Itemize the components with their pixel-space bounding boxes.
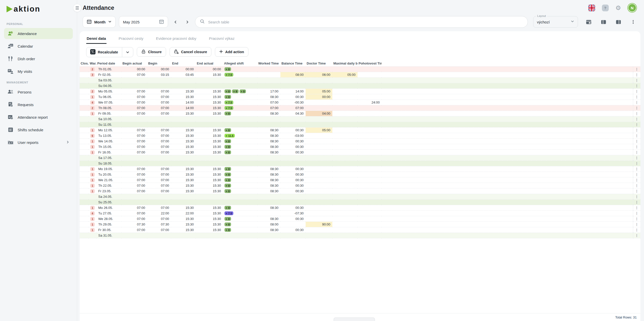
table-row[interactable]: 4Tu 27.05.07:0022:0022:0015:30+ 7.5-07:3… — [80, 211, 640, 216]
sidebar-item-shifts-schedule[interactable]: Shifts schedule — [4, 124, 73, 135]
table-row[interactable]: 1Th 15.05.07:0007:0015:3015:30+ 808:3000… — [80, 144, 640, 150]
row-menu-kebab-icon[interactable]: ⋮ — [635, 145, 638, 149]
recalculate-dropdown-button[interactable] — [122, 47, 133, 57]
table-row[interactable]: Su 04.05.⋮ — [80, 83, 640, 89]
next-period-button[interactable] — [183, 17, 192, 27]
table-row[interactable]: 2Mo 05.05.07:0007:0015:3015:30+ 8+ 8+ 81… — [80, 89, 640, 94]
row-menu-kebab-icon[interactable]: ⋮ — [635, 184, 638, 187]
table-row[interactable]: 4We 07.05.07:0007:0014:0015:30+ 7.507:00… — [80, 100, 640, 105]
table-row[interactable]: 1Fr 16.05.07:0007:0015:3015:30+ 808:3000… — [80, 150, 640, 155]
table-row[interactable]: 1We 28.05.07:0007:0015:3015:30+ 808:3000… — [80, 216, 640, 222]
row-menu-kebab-icon[interactable]: ⋮ — [635, 156, 638, 160]
row-menu-kebab-icon[interactable]: ⋮ — [635, 67, 638, 71]
user-avatar[interactable]: N — [628, 4, 636, 12]
closure-button[interactable]: Closure — [137, 47, 166, 57]
table-row[interactable]: 3Fr 02.05.07:0003:1503:4515:30+ 7.508:00… — [80, 72, 640, 78]
period-mode-dropdown[interactable]: Month — [83, 16, 116, 28]
row-menu-kebab-icon[interactable]: ⋮ — [635, 73, 638, 77]
split-panel-left-icon[interactable] — [599, 18, 608, 26]
col-worked-time[interactable]: Worked Time — [257, 60, 280, 67]
row-menu-kebab-icon[interactable]: ⋮ — [635, 173, 638, 176]
table-row[interactable]: 1Fr 09.05.07:0007:0015:3015:30+ 808:3004… — [80, 111, 640, 116]
row-menu-kebab-icon[interactable]: ⋮ — [635, 150, 638, 154]
col-period-date[interactable]: Period date — [96, 60, 121, 67]
row-menu-kebab-icon[interactable]: ⋮ — [635, 222, 638, 226]
row-menu-kebab-icon[interactable]: ⋮ — [635, 206, 638, 210]
language-flag-icon[interactable] — [588, 5, 595, 11]
sidebar-item-requests[interactable]: Requests — [4, 99, 73, 110]
row-menu-kebab-icon[interactable]: ⋮ — [635, 117, 638, 121]
col-begin[interactable]: Begin — [147, 60, 171, 67]
table-row[interactable]: Su 25.05.⋮ — [80, 200, 640, 205]
tab-denni-data[interactable]: Denní data — [86, 34, 107, 44]
add-action-button[interactable]: Add action — [215, 47, 248, 57]
table-row[interactable]: 1Mo 19.05.07:0007:0015:3015:30+ 808:3000… — [80, 166, 640, 172]
col-doctor-time[interactable]: Doctor Time — [306, 60, 332, 67]
sidebar-toggle-button[interactable] — [73, 4, 81, 12]
row-menu-kebab-icon[interactable]: ⋮ — [635, 106, 638, 110]
tab-pracovni-cesty[interactable]: Pracovní cesty — [118, 34, 144, 44]
table-row[interactable]: 1Th 29.05.07:3007:3015:3015:30+ 808:0090… — [80, 222, 640, 227]
table-row[interactable]: 1Tu 20.05.07:0007:0015:3015:30+ 808:3000… — [80, 172, 640, 177]
row-menu-kebab-icon[interactable]: ⋮ — [635, 228, 638, 232]
col-end-actual[interactable]: End actual — [196, 60, 223, 67]
col-alleged-shift[interactable]: Alleged shift — [223, 60, 257, 67]
table-row[interactable]: Su 18.05.⋮ — [80, 161, 640, 166]
col-end[interactable]: End — [171, 60, 196, 67]
row-menu-kebab-icon[interactable]: ⋮ — [635, 217, 638, 221]
table-row[interactable]: 1Fr 30.05.07:0007:0015:3015:30+ 808:3000… — [80, 227, 640, 233]
recalculate-button[interactable]: Recalculate — [86, 47, 122, 57]
table-row[interactable]: 2Th 08.05.07:0007:0014:0015:30+ 7.507:00… — [80, 105, 640, 111]
row-menu-kebab-icon[interactable]: ⋮ — [635, 112, 638, 115]
table-row[interactable]: Sa 31.05.⋮ — [80, 233, 640, 238]
sidebar-item-attendance[interactable]: Attendance — [4, 28, 73, 39]
sidebar-item-attendance-report[interactable]: Attendance report — [4, 112, 73, 123]
table-row[interactable]: Sa 24.05.⋮ — [80, 194, 640, 200]
table-row[interactable]: 1Th 22.05.07:0007:0015:3015:30+ 808:3000… — [80, 183, 640, 188]
table-row[interactable]: Sa 17.05.⋮ — [80, 155, 640, 161]
table-row[interactable]: 1Tu 06.05.07:0007:0015:3015:30+ 808:3000… — [80, 94, 640, 100]
row-menu-kebab-icon[interactable]: ⋮ — [635, 195, 638, 199]
settings-gear-icon[interactable]: ⚙ — [616, 5, 621, 11]
tab-pracovni-vykaz[interactable]: Pracovní výkaz — [208, 34, 235, 44]
table-row[interactable]: 1We 21.05.07:0007:0015:3015:30+ 808:3000… — [80, 177, 640, 183]
row-menu-kebab-icon[interactable]: ⋮ — [635, 134, 638, 138]
row-menu-kebab-icon[interactable]: ⋮ — [635, 95, 638, 99]
row-menu-kebab-icon[interactable]: ⋮ — [635, 123, 638, 126]
table-row[interactable]: Su 11.05.⋮ — [80, 122, 640, 127]
table-row[interactable]: Sa 03.05.⋮ — [80, 78, 640, 83]
sidebar-item-persons[interactable]: Persons — [4, 86, 73, 98]
col-maximal-daily-balance[interactable]: Maximal daily bal... — [332, 60, 358, 67]
table-row[interactable]: 1Mo 26.05.07:0007:0015:3015:30+ 808:3000… — [80, 205, 640, 211]
col-closure[interactable]: Clos... — [80, 60, 89, 67]
table-row[interactable]: 1Mo 12.05.07:0007:0015:3015:30+ 808:3000… — [80, 127, 640, 133]
row-menu-kebab-icon[interactable]: ⋮ — [635, 234, 638, 237]
row-menu-kebab-icon[interactable]: ⋮ — [635, 84, 638, 88]
row-menu-kebab-icon[interactable]: ⋮ — [635, 128, 638, 132]
row-menu-kebab-icon[interactable]: ⋮ — [635, 211, 638, 215]
table-row[interactable]: 6Tu 13.05.07:0007:0015:3015:30+ 11.508:3… — [80, 133, 640, 139]
col-warnings[interactable]: War... — [89, 60, 96, 67]
row-menu-kebab-icon[interactable]: ⋮ — [635, 78, 638, 82]
row-menu-kebab-icon[interactable]: ⋮ — [635, 162, 638, 165]
sidebar-item-user-reports[interactable]: User reports — [4, 137, 73, 148]
table-row[interactable]: 2Th 01.05.00:0000:0000:0000:00+ 8⋮ — [80, 67, 640, 72]
period-date-field[interactable]: May 2025 — [119, 16, 168, 28]
row-menu-kebab-icon[interactable]: ⋮ — [635, 189, 638, 193]
row-menu-kebab-icon[interactable]: ⋮ — [635, 139, 638, 143]
table-row[interactable]: Sa 10.05.⋮ — [80, 116, 640, 122]
table-row[interactable]: 1We 14.05.07:0007:0015:3015:30+ 808:3000… — [80, 139, 640, 144]
split-panel-right-icon[interactable] — [614, 18, 623, 26]
row-menu-kebab-icon[interactable]: ⋮ — [635, 101, 638, 104]
sidebar-item-my-visits[interactable]: My visits — [4, 66, 73, 77]
col-pohotovost-time[interactable]: Pohotovost Time — [358, 60, 382, 67]
sidebar-item-calendar[interactable]: Calendar — [4, 41, 73, 52]
toolbar-kebab-menu[interactable] — [629, 18, 637, 26]
previous-period-button[interactable] — [171, 17, 180, 27]
col-balance-time[interactable]: Balance Time — [280, 60, 306, 67]
sidebar-item-dish-order[interactable]: Dish order — [4, 53, 73, 64]
cancel-closure-button[interactable]: Cancel closure — [170, 47, 211, 57]
col-begin-actual[interactable]: Begin actual — [121, 60, 147, 67]
row-menu-kebab-icon[interactable]: ⋮ — [635, 178, 638, 182]
search-input[interactable] — [208, 20, 523, 24]
